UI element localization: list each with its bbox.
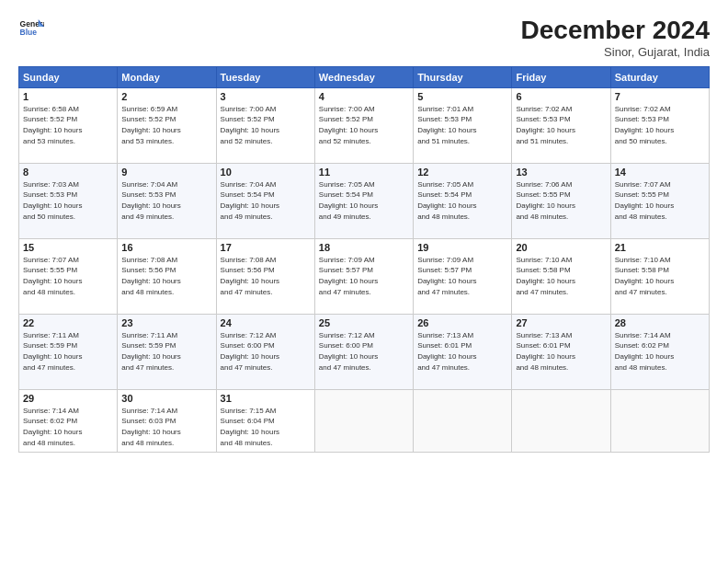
- day-number: 12: [417, 167, 507, 178]
- page: General Blue December 2024 Sinor, Gujara…: [0, 0, 728, 563]
- table-row: 15Sunrise: 7:07 AMSunset: 5:55 PMDayligh…: [19, 238, 118, 314]
- day-number: 14: [615, 167, 705, 178]
- table-row: 3Sunrise: 7:00 AMSunset: 5:52 PMDaylight…: [216, 87, 314, 163]
- col-thursday: Thursday: [414, 66, 512, 87]
- table-row: 14Sunrise: 7:07 AMSunset: 5:55 PMDayligh…: [610, 163, 709, 238]
- day-number: 1: [23, 91, 113, 102]
- cell-content: Sunrise: 7:10 AMSunset: 5:58 PMDaylight:…: [516, 255, 606, 297]
- day-number: 2: [121, 91, 211, 102]
- calendar: Sunday Monday Tuesday Wednesday Thursday…: [18, 66, 710, 453]
- table-row: 19Sunrise: 7:09 AMSunset: 5:57 PMDayligh…: [414, 238, 512, 314]
- cell-content: Sunrise: 7:11 AMSunset: 5:59 PMDaylight:…: [23, 330, 113, 373]
- day-number: 5: [417, 91, 507, 102]
- table-row: 28Sunrise: 7:14 AMSunset: 6:02 PMDayligh…: [610, 314, 709, 389]
- cell-content: Sunrise: 7:14 AMSunset: 6:02 PMDaylight:…: [23, 406, 113, 448]
- cell-content: Sunrise: 7:05 AMSunset: 5:54 PMDaylight:…: [319, 179, 409, 222]
- table-row: [610, 389, 709, 452]
- table-row: 22Sunrise: 7:11 AMSunset: 5:59 PMDayligh…: [19, 314, 118, 389]
- day-number: 24: [221, 317, 311, 328]
- table-row: 2Sunrise: 6:59 AMSunset: 5:52 PMDaylight…: [118, 87, 216, 163]
- cell-content: Sunrise: 6:58 AMSunset: 5:52 PMDaylight:…: [23, 104, 113, 146]
- day-number: 19: [417, 242, 507, 253]
- col-saturday: Saturday: [610, 66, 709, 87]
- table-row: 12Sunrise: 7:05 AMSunset: 5:54 PMDayligh…: [414, 163, 512, 238]
- col-friday: Friday: [512, 66, 610, 87]
- cell-content: Sunrise: 7:09 AMSunset: 5:57 PMDaylight:…: [319, 255, 409, 297]
- svg-text:Blue: Blue: [20, 28, 38, 37]
- cell-content: Sunrise: 7:14 AMSunset: 6:02 PMDaylight:…: [615, 330, 705, 373]
- col-tuesday: Tuesday: [216, 66, 314, 87]
- cell-content: Sunrise: 7:13 AMSunset: 6:01 PMDaylight:…: [516, 330, 606, 373]
- day-number: 22: [23, 317, 113, 328]
- table-row: 8Sunrise: 7:03 AMSunset: 5:53 PMDaylight…: [19, 163, 118, 238]
- cell-content: Sunrise: 7:09 AMSunset: 5:57 PMDaylight:…: [417, 255, 507, 297]
- day-number: 29: [23, 393, 113, 404]
- cell-content: Sunrise: 7:15 AMSunset: 6:04 PMDaylight:…: [221, 406, 311, 448]
- cell-content: Sunrise: 7:07 AMSunset: 5:55 PMDaylight:…: [23, 255, 113, 297]
- logo: General Blue: [18, 17, 44, 42]
- table-row: 6Sunrise: 7:02 AMSunset: 5:53 PMDaylight…: [512, 87, 610, 163]
- header: General Blue December 2024 Sinor, Gujara…: [18, 17, 710, 59]
- day-number: 4: [319, 91, 409, 102]
- day-number: 18: [319, 242, 409, 253]
- day-number: 11: [319, 167, 409, 178]
- cell-content: Sunrise: 7:12 AMSunset: 6:00 PMDaylight:…: [319, 330, 409, 373]
- table-row: 17Sunrise: 7:08 AMSunset: 5:56 PMDayligh…: [216, 238, 314, 314]
- table-row: 29Sunrise: 7:14 AMSunset: 6:02 PMDayligh…: [19, 389, 118, 452]
- day-number: 20: [516, 242, 606, 253]
- table-row: 10Sunrise: 7:04 AMSunset: 5:54 PMDayligh…: [216, 163, 314, 238]
- day-number: 28: [615, 317, 705, 328]
- col-wednesday: Wednesday: [314, 66, 413, 87]
- day-number: 13: [516, 167, 606, 178]
- day-number: 27: [516, 317, 606, 328]
- cell-content: Sunrise: 7:12 AMSunset: 6:00 PMDaylight:…: [221, 330, 311, 373]
- month-title: December 2024: [521, 17, 710, 45]
- cell-content: Sunrise: 7:14 AMSunset: 6:03 PMDaylight:…: [121, 406, 211, 448]
- table-row: 23Sunrise: 7:11 AMSunset: 5:59 PMDayligh…: [118, 314, 216, 389]
- cell-content: Sunrise: 7:05 AMSunset: 5:54 PMDaylight:…: [417, 179, 507, 222]
- table-row: 11Sunrise: 7:05 AMSunset: 5:54 PMDayligh…: [314, 163, 413, 238]
- table-row: 24Sunrise: 7:12 AMSunset: 6:00 PMDayligh…: [216, 314, 314, 389]
- day-number: 16: [121, 242, 211, 253]
- day-number: 17: [221, 242, 311, 253]
- table-row: 16Sunrise: 7:08 AMSunset: 5:56 PMDayligh…: [118, 238, 216, 314]
- day-number: 9: [121, 167, 211, 178]
- cell-content: Sunrise: 7:03 AMSunset: 5:53 PMDaylight:…: [23, 179, 113, 222]
- cell-content: Sunrise: 6:59 AMSunset: 5:52 PMDaylight:…: [121, 104, 211, 146]
- table-row: 9Sunrise: 7:04 AMSunset: 5:53 PMDaylight…: [118, 163, 216, 238]
- day-number: 21: [615, 242, 705, 253]
- title-block: December 2024 Sinor, Gujarat, India: [521, 17, 710, 59]
- cell-content: Sunrise: 7:07 AMSunset: 5:55 PMDaylight:…: [615, 179, 705, 222]
- col-monday: Monday: [118, 66, 216, 87]
- header-row: Sunday Monday Tuesday Wednesday Thursday…: [19, 66, 710, 87]
- cell-content: Sunrise: 7:02 AMSunset: 5:53 PMDaylight:…: [615, 104, 705, 146]
- table-row: [512, 389, 610, 452]
- cell-content: Sunrise: 7:02 AMSunset: 5:53 PMDaylight:…: [516, 104, 606, 146]
- day-number: 6: [516, 91, 606, 102]
- location: Sinor, Gujarat, India: [521, 45, 710, 59]
- cell-content: Sunrise: 7:01 AMSunset: 5:53 PMDaylight:…: [417, 104, 507, 146]
- cell-content: Sunrise: 7:08 AMSunset: 5:56 PMDaylight:…: [221, 255, 311, 297]
- table-row: 7Sunrise: 7:02 AMSunset: 5:53 PMDaylight…: [610, 87, 709, 163]
- day-number: 26: [417, 317, 507, 328]
- table-row: 31Sunrise: 7:15 AMSunset: 6:04 PMDayligh…: [216, 389, 314, 452]
- table-row: 21Sunrise: 7:10 AMSunset: 5:58 PMDayligh…: [610, 238, 709, 314]
- table-row: 4Sunrise: 7:00 AMSunset: 5:52 PMDaylight…: [314, 87, 413, 163]
- cell-content: Sunrise: 7:04 AMSunset: 5:54 PMDaylight:…: [221, 179, 311, 222]
- day-number: 25: [319, 317, 409, 328]
- cell-content: Sunrise: 7:00 AMSunset: 5:52 PMDaylight:…: [319, 104, 409, 146]
- cell-content: Sunrise: 7:13 AMSunset: 6:01 PMDaylight:…: [417, 330, 507, 373]
- logo-icon: General Blue: [18, 17, 44, 42]
- table-row: [314, 389, 413, 452]
- cell-content: Sunrise: 7:06 AMSunset: 5:55 PMDaylight:…: [516, 179, 606, 222]
- cell-content: Sunrise: 7:11 AMSunset: 5:59 PMDaylight:…: [121, 330, 211, 373]
- day-number: 15: [23, 242, 113, 253]
- day-number: 10: [221, 167, 311, 178]
- day-number: 23: [121, 317, 211, 328]
- day-number: 8: [23, 167, 113, 178]
- table-row: 5Sunrise: 7:01 AMSunset: 5:53 PMDaylight…: [414, 87, 512, 163]
- table-row: 25Sunrise: 7:12 AMSunset: 6:00 PMDayligh…: [314, 314, 413, 389]
- cell-content: Sunrise: 7:10 AMSunset: 5:58 PMDaylight:…: [615, 255, 705, 297]
- cell-content: Sunrise: 7:00 AMSunset: 5:52 PMDaylight:…: [221, 104, 311, 146]
- day-number: 3: [221, 91, 311, 102]
